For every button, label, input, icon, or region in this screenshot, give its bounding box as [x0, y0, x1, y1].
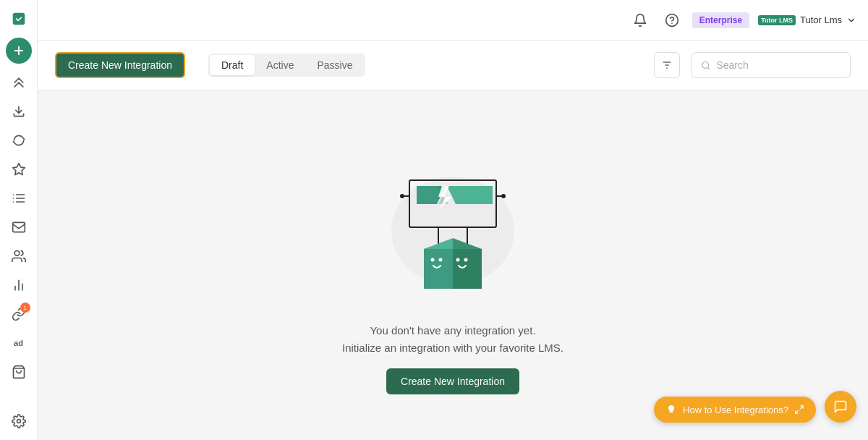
main-content: Enterprise Tutor LMS Tutor Lms Create Ne… — [38, 0, 868, 440]
svg-point-18 — [464, 258, 468, 261]
sidebar-bottom — [6, 408, 32, 434]
svg-marker-11 — [424, 249, 453, 289]
sidebar-item-list[interactable] — [6, 185, 32, 211]
search-icon — [701, 60, 710, 71]
sidebar-item-settings[interactable] — [6, 408, 32, 434]
empty-text: You don't have any integration yet. Init… — [342, 322, 563, 357]
sidebar-item-star[interactable] — [6, 156, 32, 182]
chat-icon — [833, 399, 848, 414]
tutor-name: Tutor Lms — [800, 14, 842, 25]
search-box — [692, 52, 851, 78]
sidebar-item-users[interactable] — [6, 243, 32, 269]
app-logo[interactable] — [6, 6, 32, 32]
tab-draft[interactable]: Draft — [210, 55, 255, 75]
svg-rect-0 — [12, 13, 25, 25]
svg-point-2 — [17, 420, 20, 423]
svg-point-17 — [456, 258, 460, 261]
tab-passive[interactable]: Passive — [305, 55, 364, 75]
sidebar-item-bag[interactable] — [6, 359, 32, 385]
help-float-button[interactable]: How to Use Integrations? — [654, 397, 816, 423]
empty-line1: You don't have any integration yet. — [342, 322, 563, 339]
svg-point-21 — [400, 194, 404, 198]
tab-group: Draft Active Passive — [208, 54, 366, 77]
sidebar-item-chart[interactable] — [6, 272, 32, 298]
empty-illustration — [366, 137, 540, 310]
sidebar-item-ad[interactable]: ad — [6, 330, 32, 356]
search-input[interactable] — [716, 59, 841, 71]
page-content: Create New Integration Draft Active Pass… — [38, 41, 868, 440]
page-header: Create New Integration Draft Active Pass… — [38, 41, 868, 90]
sidebar-item-integrations[interactable]: 1 — [6, 301, 32, 327]
svg-marker-12 — [453, 249, 482, 289]
sidebar-add-button[interactable] — [6, 38, 32, 64]
sidebar: 1 ad — [0, 0, 38, 440]
chat-float-button[interactable] — [825, 391, 856, 423]
sidebar-item-downloads[interactable] — [6, 98, 32, 124]
notification-bell[interactable] — [629, 9, 652, 32]
tutor-lms-selector[interactable]: Tutor LMS Tutor Lms — [758, 14, 856, 25]
svg-point-23 — [501, 194, 506, 198]
create-new-integration-button[interactable]: Create New Integration — [55, 52, 185, 78]
filter-button[interactable] — [654, 52, 680, 78]
tutor-logo: Tutor LMS — [758, 15, 796, 25]
sidebar-item-mail[interactable] — [6, 214, 32, 240]
integrations-badge: 1 — [20, 302, 30, 313]
svg-rect-1 — [12, 222, 25, 232]
sidebar-item-refresh[interactable] — [6, 127, 32, 153]
help-float-label: How to Use Integrations? — [683, 405, 788, 415]
filter-icon — [661, 59, 673, 71]
svg-point-15 — [431, 258, 435, 261]
tab-active[interactable]: Active — [255, 55, 305, 75]
bulb-icon — [665, 404, 677, 415]
svg-point-16 — [439, 258, 443, 261]
create-integration-cta[interactable]: Create New Integration — [386, 368, 519, 394]
sidebar-item-navigate[interactable] — [6, 69, 32, 96]
empty-state: You don't have any integration yet. Init… — [38, 90, 868, 440]
topbar: Enterprise Tutor LMS Tutor Lms — [38, 0, 868, 41]
expand-icon — [794, 405, 804, 415]
chevron-down-icon — [846, 15, 856, 25]
empty-line2: Initialize an integration with your favo… — [342, 339, 563, 357]
enterprise-badge[interactable]: Enterprise — [692, 12, 749, 28]
help-icon[interactable] — [660, 9, 684, 32]
